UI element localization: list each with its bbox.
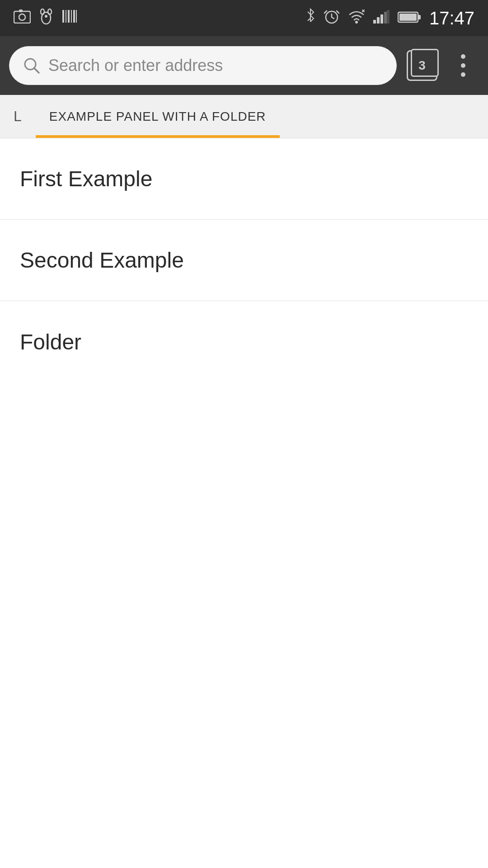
active-tab-label: EXAMPLE PANEL WITH A FOLDER xyxy=(49,109,266,124)
menu-button[interactable] xyxy=(447,47,479,84)
tab-count-label: 3 xyxy=(418,58,426,73)
status-bar-right-icons: 17:47 xyxy=(305,8,474,28)
svg-rect-9 xyxy=(68,10,70,23)
list-item-second[interactable]: Second Example xyxy=(0,220,488,301)
svg-point-1 xyxy=(19,14,25,20)
svg-rect-2 xyxy=(19,9,23,12)
photo-icon xyxy=(14,9,31,27)
signal-icon xyxy=(373,9,389,27)
battery-icon xyxy=(398,9,421,27)
svg-rect-17 xyxy=(380,14,383,24)
svg-rect-18 xyxy=(384,12,387,24)
list-item-first[interactable]: First Example xyxy=(0,138,488,220)
tab-left[interactable]: L xyxy=(0,95,36,138)
tab-active[interactable]: EXAMPLE PANEL WITH A FOLDER xyxy=(36,95,280,138)
list-item-second-label: Second Example xyxy=(20,248,184,273)
svg-rect-0 xyxy=(14,11,30,23)
search-bar[interactable]: Search or enter address xyxy=(9,46,397,85)
tab-bar: L EXAMPLE PANEL WITH A FOLDER xyxy=(0,95,488,138)
svg-point-14 xyxy=(355,21,358,24)
bluetooth-icon xyxy=(305,8,315,28)
svg-rect-12 xyxy=(76,10,77,23)
list-item-folder[interactable]: Folder xyxy=(0,301,488,382)
menu-dot-2 xyxy=(461,63,465,68)
tab-icon: 3 xyxy=(407,50,437,81)
menu-dot-1 xyxy=(461,54,465,59)
search-icon xyxy=(23,57,40,74)
barcode-icon xyxy=(61,8,78,28)
svg-point-6 xyxy=(45,15,47,18)
animal-icon xyxy=(39,8,53,28)
status-bar-left-icons xyxy=(14,8,78,28)
content-area: First Example Second Example Folder xyxy=(0,138,488,382)
time-display: 17:47 xyxy=(429,8,474,28)
wifi-icon xyxy=(348,9,365,27)
menu-dot-3 xyxy=(461,72,465,77)
svg-rect-11 xyxy=(73,10,75,23)
tab-count-button[interactable]: 3 xyxy=(404,47,440,84)
status-bar: 17:47 xyxy=(0,0,488,36)
svg-rect-16 xyxy=(377,17,380,24)
svg-rect-22 xyxy=(418,15,421,19)
svg-rect-8 xyxy=(66,10,66,23)
search-input[interactable]: Search or enter address xyxy=(48,56,383,75)
browser-bar: Search or enter address 3 xyxy=(0,36,488,95)
alarm-icon xyxy=(324,8,340,28)
svg-rect-21 xyxy=(399,14,417,21)
list-item-first-label: First Example xyxy=(20,166,152,191)
svg-rect-10 xyxy=(71,10,72,23)
svg-rect-19 xyxy=(387,10,389,24)
svg-rect-7 xyxy=(62,10,64,23)
list-item-folder-label: Folder xyxy=(20,330,81,354)
svg-rect-15 xyxy=(373,20,376,24)
